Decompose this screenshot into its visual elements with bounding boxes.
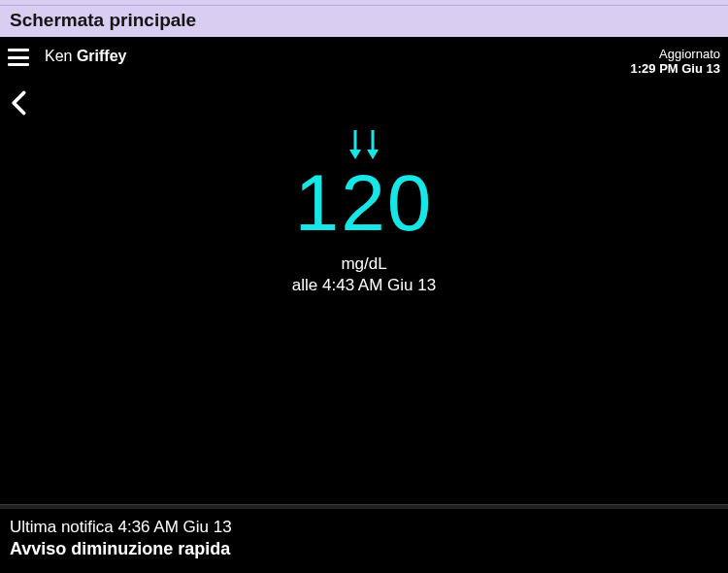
trend-indicator [0, 124, 728, 161]
arrow-down-icon [365, 128, 381, 161]
arrow-down-icon [347, 128, 363, 161]
alert-title: Avviso diminuzione rapida [10, 539, 718, 559]
page-title-bar: Schermata principale [0, 6, 728, 37]
header: Ken Griffey Aggiornato 1:29 PM Giu 13 [0, 37, 728, 82]
updated-label: Aggiornato [631, 47, 720, 61]
reading-timestamp: alle 4:43 AM Giu 13 [0, 276, 728, 295]
user-last-name: Griffey [77, 48, 127, 64]
glucose-value: 120 [0, 163, 728, 243]
chevron-left-icon [6, 89, 33, 117]
user-name: Ken Griffey [45, 48, 127, 65]
last-notification-label: Ultima notifica 4:36 AM Giu 13 [10, 518, 718, 537]
hamburger-icon [8, 56, 29, 59]
back-button[interactable] [6, 89, 33, 117]
updated-timestamp: 1:29 PM Giu 13 [631, 61, 720, 76]
hamburger-icon [8, 49, 29, 51]
updated-block: Aggiornato 1:29 PM Giu 13 [631, 47, 720, 76]
user-first-name: Ken [45, 48, 72, 64]
glucose-unit: mg/dL [0, 254, 728, 274]
footer: Ultima notifica 4:36 AM Giu 13 Avviso di… [0, 500, 728, 573]
page-title: Schermata principale [10, 10, 196, 30]
footer-body: Ultima notifica 4:36 AM Giu 13 Avviso di… [0, 510, 728, 573]
hamburger-icon [8, 63, 29, 66]
main-reading-area: 120 mg/dL alle 4:43 AM Giu 13 [0, 120, 728, 536]
back-row [0, 82, 728, 120]
menu-button[interactable] [8, 49, 29, 66]
